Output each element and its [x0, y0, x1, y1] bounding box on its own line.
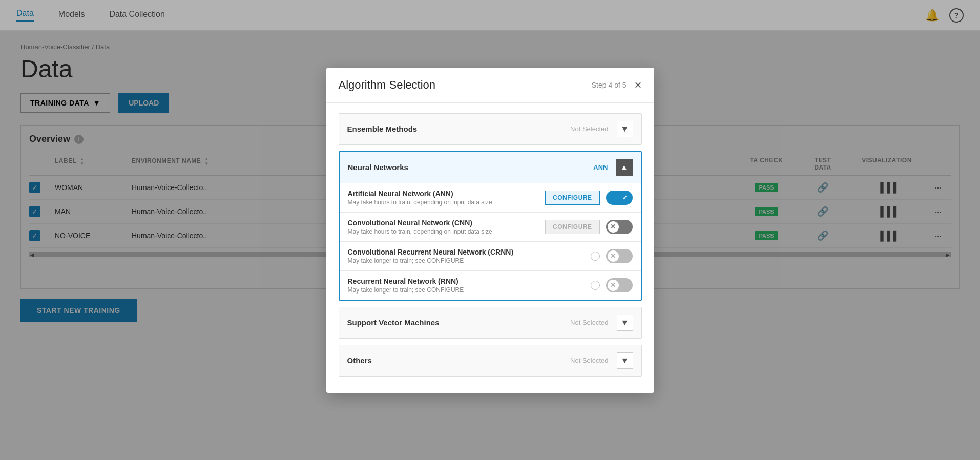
ann-desc: May take hours to train, depending on in…	[348, 199, 546, 206]
others-section: Others Not Selected ▼	[339, 345, 642, 377]
rnn-item: Recurrent Neural Network (RNN) May take …	[340, 270, 641, 300]
neural-networks-section: Neural Networks ANN ▲ Artificial Neural …	[339, 151, 642, 301]
modal-body: Ensemble Methods Not Selected ▼ Neural N…	[326, 103, 654, 393]
cnn-toggle[interactable]: ✕	[606, 220, 633, 234]
ann-item: Artificial Neural Network (ANN) May take…	[340, 183, 641, 212]
svm-header[interactable]: Support Vector Machines Not Selected ▼	[339, 307, 641, 338]
svm-status: Not Selected	[570, 319, 608, 326]
modal-header: Algorithm Selection Step 4 of 5 ×	[326, 68, 654, 103]
ensemble-section: Ensemble Methods Not Selected ▼	[339, 113, 642, 145]
cnn-configure-button[interactable]: CONFIGURE	[545, 220, 600, 234]
crnn-item: Convolutional Recurrent Neural Network (…	[340, 241, 641, 270]
modal-title: Algorithm Selection	[339, 78, 436, 92]
neural-networks-toggle-button[interactable]: ▲	[616, 159, 633, 176]
svm-toggle-button[interactable]: ▼	[617, 315, 633, 331]
cnn-desc: May take hours to train, depending on in…	[348, 228, 546, 235]
ensemble-status: Not Selected	[570, 125, 608, 133]
crnn-info-icon[interactable]: i	[591, 252, 600, 261]
ann-name: Artificial Neural Network (ANN)	[348, 190, 546, 198]
modal-step: Step 4 of 5 ×	[592, 78, 642, 92]
others-status: Not Selected	[570, 357, 608, 364]
ann-toggle[interactable]: ✓	[606, 191, 633, 205]
rnn-info-icon[interactable]: i	[591, 281, 600, 290]
crnn-name: Convolutional Recurrent Neural Network (…	[348, 248, 591, 256]
rnn-toggle[interactable]: ✕	[606, 278, 633, 292]
ensemble-toggle-button[interactable]: ▼	[617, 121, 633, 137]
modal-overlay: Algorithm Selection Step 4 of 5 × Ensemb…	[0, 0, 980, 460]
crnn-desc: May take longer to train; see CONFIGURE	[348, 257, 591, 264]
neural-networks-header[interactable]: Neural Networks ANN ▲	[340, 152, 641, 183]
ann-configure-button[interactable]: CONFIGURE	[545, 191, 600, 205]
rnn-name: Recurrent Neural Network (RNN)	[348, 277, 591, 285]
others-header[interactable]: Others Not Selected ▼	[339, 345, 641, 376]
cnn-item: Convolutional Neural Network (CNN) May t…	[340, 212, 641, 241]
svm-section: Support Vector Machines Not Selected ▼	[339, 307, 642, 339]
modal-close-button[interactable]: ×	[634, 78, 641, 92]
cnn-name: Convolutional Neural Network (CNN)	[348, 219, 546, 227]
neural-networks-title: Neural Networks	[348, 163, 408, 172]
svm-title: Support Vector Machines	[347, 318, 440, 327]
crnn-toggle[interactable]: ✕	[606, 249, 633, 263]
ensemble-title: Ensemble Methods	[347, 124, 418, 133]
algorithm-selection-modal: Algorithm Selection Step 4 of 5 × Ensemb…	[326, 68, 654, 393]
others-toggle-button[interactable]: ▼	[617, 352, 633, 369]
rnn-desc: May take longer to train; see CONFIGURE	[348, 286, 591, 294]
neural-networks-status: ANN	[593, 163, 608, 171]
ensemble-header[interactable]: Ensemble Methods Not Selected ▼	[339, 114, 641, 144]
others-title: Others	[347, 356, 372, 365]
